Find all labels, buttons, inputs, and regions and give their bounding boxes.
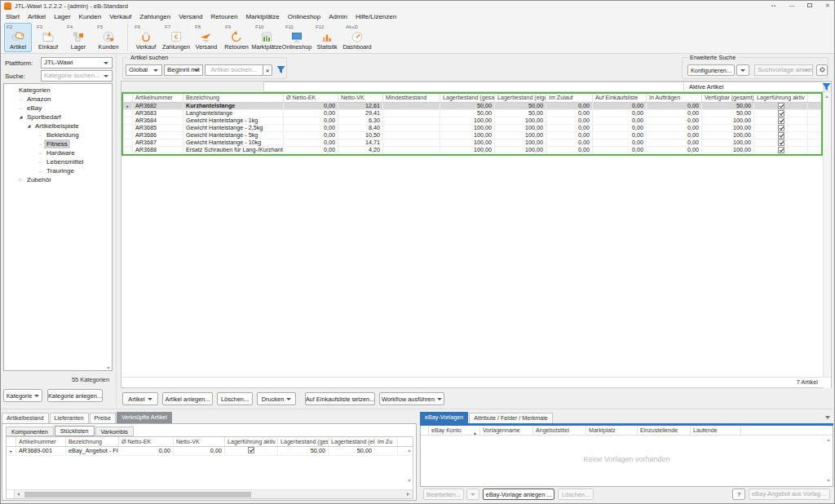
menu-item-hilfe-lizenzen[interactable]: Hilfe/Lizenzen (351, 11, 400, 22)
scroll-up-icon[interactable] (408, 449, 411, 452)
filter-funnel-icon[interactable] (822, 82, 831, 91)
column-header-laufende[interactable]: Laufende (691, 426, 741, 435)
menu-item-start[interactable]: Start (2, 11, 24, 22)
edit-template-dropdown-button[interactable] (466, 489, 479, 500)
tree-scroll-down-icon[interactable] (107, 367, 110, 369)
tree-item-hardware[interactable]: –Hardware (4, 148, 112, 157)
article-row-ar3683[interactable]: AR3683Langhantelstange0,0029,4150,0050,0… (123, 110, 821, 117)
subtab-varkombis[interactable]: Varkombis (95, 427, 134, 436)
column-header-lagerführung-aktiv[interactable]: Lagerführung aktiv (754, 94, 808, 102)
tree-item-lebensmittel[interactable]: –Lebensmittel (4, 157, 112, 166)
help-button[interactable]: ? (732, 489, 745, 500)
scroll-right-icon[interactable] (407, 493, 409, 496)
column-header-bezeichnung[interactable]: Bezeichnung (183, 94, 284, 102)
menu-item-verkauf[interactable]: Verkauf (105, 11, 135, 22)
checkbox-checked-icon[interactable] (778, 147, 784, 153)
ribbon-button-marktplätze[interactable]: F10Marktplätze (253, 23, 281, 52)
sidebar-splitter[interactable] (116, 54, 117, 409)
ribbon-button-dashboard[interactable]: Alt+DDashboard (343, 23, 371, 52)
ribbon-button-versand[interactable]: F8Versand (192, 23, 220, 52)
filter-funnel-icon[interactable] (276, 65, 285, 74)
configure-dropdown-button[interactable] (736, 64, 749, 76)
row-expander-icon[interactable]: ▸ (10, 449, 12, 453)
ribbon-button-lager[interactable]: F4Lager (64, 23, 92, 52)
column-header-lagerbestand-gesamt[interactable]: Lagerbestand (gesamt) (278, 437, 329, 446)
column-header-lagerführung-aktiv[interactable]: Lagerführung aktiv (225, 437, 278, 446)
column-header-verfügbar-gesamt[interactable]: Verfügbar (gesamt) (702, 94, 754, 102)
column-header-im-zulauf[interactable]: Im Zulauf (546, 94, 593, 102)
menu-item-marktplätze[interactable]: Marktplätze (241, 11, 283, 22)
column-header-in-aufträgen[interactable]: In Aufträgen (647, 94, 702, 102)
search-scope-select[interactable]: Global (126, 64, 162, 76)
ribbon-button-artikel[interactable]: F2Artikel (4, 23, 32, 52)
add-to-purchase-list-button[interactable]: Auf Einkaufsliste setzen... (305, 392, 375, 405)
scrollbar-thumb[interactable] (24, 492, 251, 497)
tab-ebay-vorlagen[interactable]: eBay-Vorlagen (420, 412, 468, 423)
article-row-ar3682[interactable]: ▸AR3682Kurzhantelstange0,0012,6150,0050,… (123, 103, 821, 110)
linked-row-ar3689-001[interactable]: ▸AR3689-001eBay_Angebot - Fitne...0,000,… (7, 447, 413, 456)
create-offer-from-template-button[interactable]: eBay-Angebot aus Vorlage erstellen... (749, 489, 830, 500)
column-header-artikelnummer[interactable]: Artikelnummer (133, 94, 183, 102)
column-header-netto-vk[interactable]: Netto-VK (338, 94, 383, 102)
menu-item-retouren[interactable]: Retouren (207, 11, 242, 22)
article-row-ar3686[interactable]: AR3686Gewicht Hantelstange - 5kg0,0010,5… (123, 132, 821, 139)
tree-item-ebay[interactable]: –eBay (4, 104, 112, 113)
tree-item-bekleidung[interactable]: –Bekleidung (4, 130, 112, 139)
delete-template-button[interactable]: Löschen... (558, 489, 594, 500)
column-header-lagerbestand-gesamt[interactable]: Lagerbestand (gesamt) (440, 94, 495, 102)
menu-item-versand[interactable]: Versand (175, 11, 206, 22)
tab-preise[interactable]: Preise (90, 413, 116, 423)
column-header-lagerbestand-eigen[interactable]: Lagerbestand (eigen) (495, 94, 546, 102)
tree-expanded-icon[interactable]: ◢ (25, 122, 33, 130)
column-header-artikelnummer[interactable]: Artikelnummer (16, 437, 66, 446)
column-header-ebay-konto[interactable]: eBay Konto▲ (429, 426, 480, 435)
checkbox-checked-icon[interactable] (778, 117, 784, 124)
tree-collapsed-icon[interactable]: ▷ (17, 175, 24, 184)
scroll-down-icon[interactable] (408, 480, 411, 482)
clear-search-button[interactable]: ✕ (263, 64, 272, 76)
column-header-netto-vk[interactable]: Netto-VK (174, 437, 225, 446)
tree-item-kategorien[interactable]: Kategorien (4, 86, 112, 95)
scroll-left-icon[interactable] (17, 493, 20, 496)
delete-article-button[interactable]: Löschen... (217, 392, 253, 405)
tab-attribute-felder-merkmale[interactable]: Attribute / Felder / Merkmale (469, 413, 553, 423)
article-row-ar3687[interactable]: AR3687Gewicht Hantelstange - 10kg0,0014,… (123, 139, 821, 147)
tree-expanded-icon[interactable]: ◢ (17, 113, 24, 122)
horizontal-scrollbar[interactable] (7, 489, 413, 498)
scroll-up-icon[interactable] (825, 95, 828, 98)
column-header-netto-ek[interactable]: Ø Netto-EK (284, 94, 338, 102)
create-article-button[interactable]: Artikel anlegen... (162, 392, 213, 405)
article-search-input[interactable] (205, 65, 263, 75)
menu-item-admin[interactable]: Admin (325, 11, 351, 22)
tree-item-amazon[interactable]: –Amazon (4, 95, 112, 104)
category-menu-button[interactable]: Kategorie (3, 389, 42, 402)
column-header-lagerbestand-eigen[interactable]: Lagerbestand (eigen) (329, 437, 375, 446)
column-header-bezeichnung[interactable]: Bezeichnung (66, 437, 119, 446)
menu-item-onlineshop[interactable]: Onlineshop (284, 11, 325, 22)
article-row-ar3685[interactable]: AR3685Gewicht Hantelstange - 2,5kg0,008,… (123, 125, 821, 132)
article-row-ar3684[interactable]: AR3684Gewicht Hantelstange - 1kg0,006,30… (123, 117, 821, 125)
list-filter-combo[interactable]: Aktive Artikel (263, 82, 824, 92)
run-workflow-button[interactable]: Workflow ausführen (379, 392, 444, 405)
close-icon[interactable]: ✕ (824, 2, 831, 10)
checkbox-checked-icon[interactable] (778, 125, 784, 131)
column-header-netto-ek[interactable]: Ø Netto-EK (119, 437, 174, 446)
maximize-icon[interactable] (806, 2, 813, 10)
ribbon-button-zahlungen[interactable]: F7€Zahlungen (162, 23, 190, 52)
menu-item-artikel[interactable]: Artikel (24, 11, 50, 22)
ribbon-button-einkauf[interactable]: F3Einkauf (34, 23, 62, 52)
menu-item-lager[interactable]: Lager (50, 11, 74, 22)
column-header-angebotstitel[interactable]: Angebotstitel (533, 426, 586, 435)
create-category-button[interactable]: Kategorie anlegen... (47, 389, 103, 402)
menu-item-zahlungen[interactable]: Zahlungen (135, 11, 175, 22)
panel-menu-icon[interactable] (825, 416, 830, 419)
search-match-select[interactable]: Beginnt mit (164, 64, 203, 76)
checkbox-checked-icon[interactable] (778, 110, 784, 117)
article-row-ar3688[interactable]: AR3688Ersatz Schrauben für Lang-/Kurzhan… (123, 147, 821, 154)
subtab-stücklisten[interactable]: Stücklisten (55, 426, 95, 436)
tree-item-trauringe[interactable]: –Trauringe (4, 166, 112, 175)
platform-select[interactable]: JTL-Wawi (41, 57, 113, 69)
checkbox-checked-icon[interactable] (248, 447, 254, 453)
search-template-select[interactable]: Suchvorlage anwenden (754, 64, 813, 76)
column-header-marktplatz[interactable]: Marktplatz (586, 426, 638, 435)
